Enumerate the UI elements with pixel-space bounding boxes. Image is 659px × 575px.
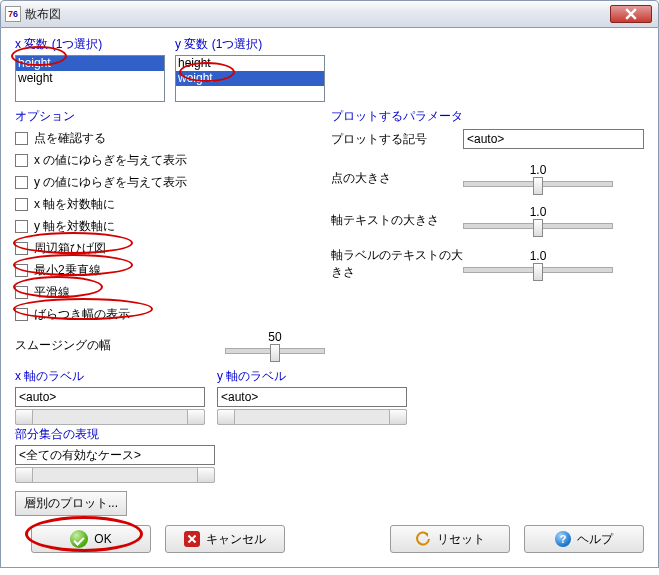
ylab-scroll[interactable] <box>217 409 407 425</box>
axis-text-size-label: 軸テキストの大きさ <box>331 212 463 229</box>
smoothing-label: スムージングの幅 <box>15 337 225 354</box>
checkbox-icon <box>15 286 28 299</box>
axis-label-text-size-slider[interactable]: 1.0 <box>463 249 613 279</box>
checkbox-icon <box>15 242 28 255</box>
x-var-item-weight[interactable]: weight <box>16 71 164 86</box>
subset-scroll[interactable] <box>15 467 215 483</box>
opt-log-y[interactable]: y 軸を対数軸に <box>15 215 187 237</box>
checkbox-icon <box>15 264 28 277</box>
checkbox-icon <box>15 132 28 145</box>
point-size-label: 点の大きさ <box>331 170 463 187</box>
window-close-button[interactable] <box>610 5 652 23</box>
opt-least-squares[interactable]: 最小2乗直線 <box>15 259 187 281</box>
plotparams-heading: プロットするパラメータ <box>331 108 644 125</box>
ok-button[interactable]: OK <box>31 525 151 553</box>
cancel-icon <box>184 531 200 547</box>
ok-icon <box>70 530 88 548</box>
y-var-item-height[interactable]: height <box>176 56 324 71</box>
y-var-label: y 変数 (1つ選択) <box>175 36 335 53</box>
titlebar: 76 散布図 <box>0 0 659 28</box>
subset-input[interactable] <box>15 445 215 465</box>
x-var-item-height[interactable]: height <box>16 56 164 71</box>
ylab-input[interactable] <box>217 387 407 407</box>
checkbox-icon <box>15 308 28 321</box>
subset-heading: 部分集合の表現 <box>15 426 215 443</box>
plot-symbol-input[interactable] <box>463 129 644 149</box>
xlab-label: x 軸のラベル <box>15 368 205 385</box>
checkbox-icon <box>15 176 28 189</box>
y-var-listbox[interactable]: height weight <box>175 55 325 102</box>
x-var-label: x 変数 (1つ選択) <box>15 36 175 53</box>
opt-identify-points[interactable]: 点を確認する <box>15 127 187 149</box>
help-button[interactable]: ? ヘルプ <box>524 525 644 553</box>
reset-icon <box>415 531 431 547</box>
smoothing-slider[interactable]: 50 <box>225 330 325 360</box>
app-icon: 76 <box>5 6 21 22</box>
opt-jitter-y[interactable]: y の値にゆらぎを与えて表示 <box>15 171 187 193</box>
cancel-button[interactable]: キャンセル <box>165 525 285 553</box>
checkbox-icon <box>15 220 28 233</box>
window-title: 散布図 <box>25 6 61 23</box>
options-heading: オプション <box>15 108 187 125</box>
opt-smooth-line[interactable]: 平滑線 <box>15 281 187 303</box>
opt-marginal-boxplots[interactable]: 周辺箱ひげ図 <box>15 237 187 259</box>
xlab-input[interactable] <box>15 387 205 407</box>
dialog-body: x 変数 (1つ選択) height weight y 変数 (1つ選択) he… <box>0 28 659 568</box>
help-icon: ? <box>555 531 571 547</box>
axis-text-size-slider[interactable]: 1.0 <box>463 205 613 235</box>
point-size-slider[interactable]: 1.0 <box>463 163 613 193</box>
reset-button[interactable]: リセット <box>390 525 510 553</box>
opt-show-spread[interactable]: ばらつき幅の表示 <box>15 303 187 325</box>
x-var-listbox[interactable]: height weight <box>15 55 165 102</box>
plot-by-group-button[interactable]: 層別のプロット... <box>15 491 127 516</box>
checkbox-icon <box>15 198 28 211</box>
axis-label-text-size-label: 軸ラベルのテキストの大きさ <box>331 247 463 281</box>
checkbox-icon <box>15 154 28 167</box>
xlab-scroll[interactable] <box>15 409 205 425</box>
opt-jitter-x[interactable]: x の値にゆらぎを与えて表示 <box>15 149 187 171</box>
y-var-item-weight[interactable]: weight <box>176 71 324 86</box>
close-icon <box>625 8 637 20</box>
plot-symbol-label: プロットする記号 <box>331 131 463 148</box>
ylab-label: y 軸のラベル <box>217 368 407 385</box>
opt-log-x[interactable]: x 軸を対数軸に <box>15 193 187 215</box>
